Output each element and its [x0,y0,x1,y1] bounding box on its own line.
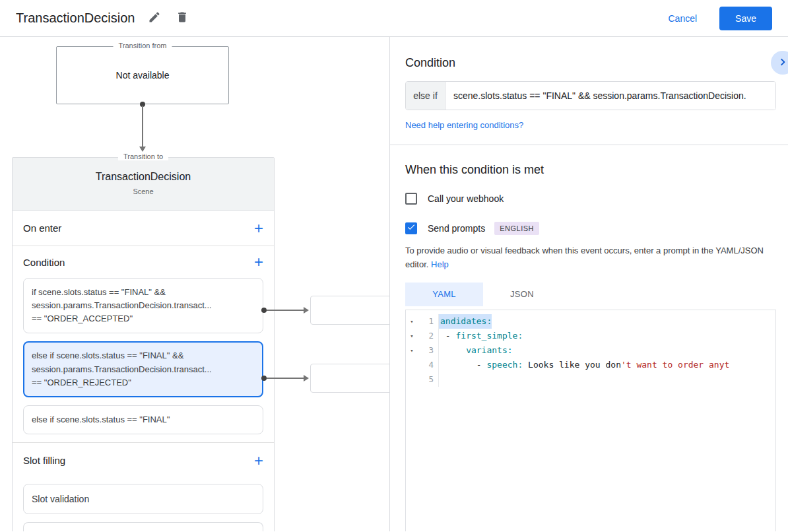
collapse-panel-button[interactable] [771,51,788,75]
condition-section: Condition + [13,246,274,278]
scene-canvas: Transition from Not available Transition… [0,37,389,531]
help-link[interactable]: Help [431,259,449,269]
clipped-card[interactable] [23,522,263,531]
condition-card-rejected-selected[interactable]: else if scene.slots.status == "FINAL" &&… [23,341,263,397]
condition-help-link[interactable]: Need help entering conditions? [405,120,523,130]
panel-divider [390,145,788,145]
save-button[interactable]: Save [719,7,772,30]
code-lines: ▾1andidates:▾2 - first_simple:▾3 variant… [406,314,775,387]
target-scene-box[interactable] [310,296,389,325]
condition-text: else if scene.slots.status == "FINAL" && [32,349,255,362]
pencil-icon [148,11,161,26]
fold-spacer [406,372,418,387]
condition-input-row: else if [405,81,776,110]
on-enter-label: On enter [23,222,61,234]
prompt-description: To provide audio or visual feedback when… [405,244,775,272]
when-condition-title: When this condition is met [405,163,776,177]
send-prompts-row: Send prompts ENGLISH [405,222,776,235]
condition-panel: Condition else if Need help entering con… [389,37,788,531]
transition-from-label: Transition from [114,42,172,50]
connector-arrow [304,307,309,314]
language-badge: ENGLISH [494,222,539,235]
transition-to-label: Transition to [118,152,168,160]
slot-filling-section: Slot filling + [13,443,274,479]
code-line[interactable]: 4 - speech: Looks like you don't want to… [406,358,775,372]
scene-card: Transition to TransactionDecision Scene … [12,157,275,531]
code-line[interactable]: 5 [406,372,775,387]
top-bar: TransactionDecision Cancel Save [0,0,788,37]
condition-text: if scene.slots.status == "FINAL" && [32,286,255,299]
edit-title-button[interactable] [147,9,162,27]
condition-text: == "ORDER_REJECTED" [32,376,255,389]
condition-text: else if scene.slots.status == "FINAL" [32,413,255,426]
connector-dot [261,308,267,313]
line-number: 5 [418,372,439,387]
page-title: TransactionDecision [16,11,135,26]
line-number: 3 [418,343,439,358]
condition-text: == "ORDER_ACCEPTED" [32,312,255,325]
add-condition-button[interactable]: + [254,255,263,269]
code-line[interactable]: ▾2 - first_simple: [406,329,775,343]
delete-scene-button[interactable] [174,9,190,27]
condition-expression-input[interactable] [445,82,775,110]
tab-json[interactable]: JSON [483,283,561,306]
condition-card-accepted[interactable]: if scene.slots.status == "FINAL" && sess… [23,278,263,333]
scene-type-label: Scene [13,187,274,195]
slot-validation-card[interactable]: Slot validation [23,484,263,514]
editor-tabs: YAML JSON [405,283,776,306]
checkmark-icon [407,222,416,234]
fold-arrow-icon[interactable]: ▾ [406,314,418,329]
line-number: 1 [418,314,439,329]
code-text: variants: [439,343,513,358]
condition-text: session.params.TransactionDecision.trans… [32,363,255,376]
webhook-row: Call your webhook [405,193,776,205]
fold-arrow-icon[interactable]: ▾ [406,329,418,343]
yaml-code-editor[interactable]: ▾1andidates:▾2 - first_simple:▾3 variant… [405,310,776,531]
condition-card-final[interactable]: else if scene.slots.status == "FINAL" [23,405,263,434]
connector-arrow [139,147,146,152]
connector-line [267,378,305,379]
prompt-description-text: To provide audio or visual feedback when… [405,246,764,269]
code-text: - first_simple: [439,329,523,343]
fold-spacer [406,358,418,372]
trash-icon [176,11,189,26]
fold-arrow-icon[interactable]: ▾ [406,343,418,358]
connector-line [267,310,305,311]
condition-section-label: Condition [23,257,65,268]
call-webhook-checkbox[interactable] [405,193,417,205]
scene-card-header: TransactionDecision Scene [13,158,274,211]
add-slot-button[interactable]: + [254,454,263,467]
connector-arrow [304,375,309,382]
chevron-right-icon [775,55,788,71]
code-text: - speech: Looks like you don't want to o… [439,358,729,372]
slot-filling-label: Slot filling [23,455,65,466]
connector-line [142,106,143,147]
code-text [439,372,440,387]
send-prompts-label[interactable]: Send prompts [428,223,485,234]
transition-from-value: Not available [116,70,170,81]
scene-name: TransactionDecision [13,171,274,183]
code-line[interactable]: ▾1andidates: [406,314,775,329]
add-on-enter-button[interactable]: + [254,222,263,235]
line-number: 2 [418,329,439,343]
connector-dot [261,376,267,381]
target-scene-box[interactable] [310,364,389,393]
line-number: 4 [418,358,439,372]
slot-card-label: Slot validation [32,494,89,504]
transition-from-box: Transition from Not available [56,46,229,104]
cancel-button[interactable]: Cancel [664,13,701,24]
on-enter-section: On enter + [13,211,274,246]
condition-prefix-chip: else if [406,82,445,110]
call-webhook-label[interactable]: Call your webhook [428,193,504,204]
tab-yaml[interactable]: YAML [405,283,483,306]
condition-text: session.params.TransactionDecision.trans… [32,299,255,312]
panel-title: Condition [405,56,776,70]
send-prompts-checkbox[interactable] [405,222,417,234]
code-text: andidates: [439,314,492,329]
code-line[interactable]: ▾3 variants: [406,343,775,358]
